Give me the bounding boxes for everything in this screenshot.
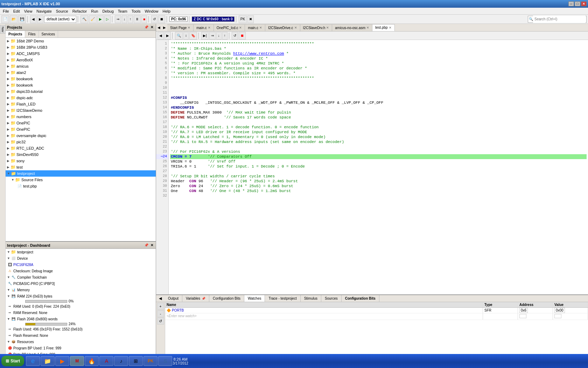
- editor-step-over[interactable]: ⇒: [209, 32, 216, 40]
- mplab-icon[interactable]: ✖: [247, 15, 254, 23]
- pause-button[interactable]: ⏸: [134, 15, 141, 23]
- back-button[interactable]: ◀: [30, 15, 36, 23]
- tree-testpbp[interactable]: 📄test.pbp: [6, 183, 156, 189]
- dash-flash[interactable]: ▼💾Flash 2048 (0x800) words: [6, 316, 156, 322]
- taskbar-mplab[interactable]: M: [70, 356, 84, 366]
- taskbar-media2[interactable]: ♪: [114, 356, 128, 366]
- tab-main-c2[interactable]: main.c ✕: [245, 24, 265, 31]
- tree-16bit28p[interactable]: ▶📁16bit 28P Demo: [6, 38, 156, 44]
- output-tab-output[interactable]: Output: [164, 295, 182, 302]
- tab-i2cslavedrive-close[interactable]: ✕: [294, 26, 297, 29]
- editor-bookmark-btn[interactable]: 🔖: [189, 32, 197, 40]
- output-tab-config2[interactable]: Configuration Bits: [342, 295, 379, 302]
- tab-main-c2-close[interactable]: ✕: [259, 26, 262, 29]
- step-over-button[interactable]: ⇒: [115, 15, 121, 23]
- taskbar-mediaplayer[interactable]: ▶: [55, 356, 69, 366]
- maximize-button[interactable]: □: [575, 1, 580, 6]
- tree-test[interactable]: ▶📁test: [6, 164, 156, 170]
- menu-navigate[interactable]: Navigate: [34, 8, 54, 14]
- tab-i2cslavedrive[interactable]: I2CSlaveDrive.c ✕: [265, 24, 300, 31]
- build-button[interactable]: 🔨: [80, 15, 88, 23]
- dash-flash-reserved[interactable]: ➡Flash Reserved: None: [6, 332, 156, 339]
- tree-onepic1[interactable]: ▶📁OnePIC: [6, 120, 156, 126]
- tree-adc1msps[interactable]: ▶📁ADC_1MSPS: [6, 50, 156, 57]
- tab-services[interactable]: Services: [39, 31, 58, 38]
- dash-ram-reserved[interactable]: ➡RAM Reserved: None: [6, 309, 156, 316]
- halt-button[interactable]: ⏹: [158, 15, 165, 23]
- menu-help[interactable]: Help: [161, 8, 173, 14]
- watches-new-name[interactable]: <Enter new watch>: [165, 313, 483, 320]
- tree-testproject[interactable]: ▼📁testproject: [6, 170, 156, 177]
- close-button[interactable]: ✕: [581, 1, 587, 6]
- tab-amicus-close[interactable]: ✕: [366, 26, 369, 29]
- run-button[interactable]: ▶: [97, 15, 104, 23]
- tree-rtc[interactable]: ▶📁RTC_LED_ADC: [6, 145, 156, 151]
- tree-simdev[interactable]: ▶📁SimDev4550: [6, 151, 156, 158]
- watches-del-btn[interactable]: -: [157, 310, 164, 317]
- output-tab-config-bits[interactable]: Configuration Bits: [209, 295, 244, 302]
- taskbar-folder[interactable]: 📁: [41, 356, 55, 366]
- dashboard-pin-icon[interactable]: 📌: [144, 243, 149, 248]
- tab-projects[interactable]: Projects: [6, 31, 25, 38]
- tree-16bit28pin[interactable]: ▶📁16Bit 28Pin USB3: [6, 44, 156, 50]
- menu-tools[interactable]: Tools: [130, 8, 143, 14]
- output-tab-watches[interactable]: Watches: [244, 295, 265, 302]
- menu-file[interactable]: File: [1, 8, 11, 14]
- tree-flashled[interactable]: ▶📁Flash_LED: [6, 101, 156, 107]
- menu-edit[interactable]: Edit: [11, 8, 22, 14]
- tree-bookwork1[interactable]: ▶📁bookwork: [6, 76, 156, 82]
- tab-main-c1[interactable]: main.c ✕: [194, 24, 214, 31]
- nav-tab-1[interactable]: Nav: [0, 25, 6, 34]
- output-left-btn[interactable]: ◀: [156, 295, 164, 302]
- tab-onepic-lcd[interactable]: OnePIC_lcd.c ✕: [214, 24, 245, 31]
- editor-zoom-btn[interactable]: 🔍: [175, 32, 183, 40]
- dash-picbasic[interactable]: 🔧PICBASIC-PRO [C:\PBP3]: [6, 280, 156, 287]
- tree-pic32[interactable]: ▶📁pic32: [6, 139, 156, 145]
- dash-testproject[interactable]: ▼📁testproject: [6, 249, 156, 255]
- step-into-button[interactable]: ↓: [122, 15, 127, 23]
- dash-resources[interactable]: ▼📦Resources: [6, 339, 156, 345]
- dash-pic16f628a[interactable]: 🔲PIC16F628A: [6, 261, 156, 268]
- project-select[interactable]: default (active): [44, 16, 76, 23]
- editor-step-out[interactable]: ↑: [222, 32, 227, 40]
- tab-test-pbp-close[interactable]: ✕: [389, 26, 392, 29]
- dashboard-close-icon[interactable]: ✕: [149, 243, 154, 248]
- tree-bookwork2[interactable]: ▶📁bookwork: [6, 82, 156, 88]
- dash-flash-used[interactable]: ➡Flash Used: 496 (0x1F0) Free: 1552 (0x6…: [6, 326, 156, 332]
- start-button[interactable]: ⊞ Start: [1, 356, 24, 366]
- editor-step-into[interactable]: ↓: [216, 32, 222, 40]
- pickit-icon[interactable]: PK: [239, 15, 247, 23]
- tree-i2cslave[interactable]: ▶📁I2CSlaveDemo: [6, 107, 156, 114]
- tab-amicus[interactable]: amicus-no-osc.asm ✕: [332, 24, 372, 31]
- clean-button[interactable]: 🧹: [89, 15, 97, 23]
- editor-nav-btn[interactable]: ↕: [183, 32, 189, 40]
- menu-source[interactable]: Source: [54, 8, 70, 14]
- taskbar-ie[interactable]: e: [26, 356, 40, 366]
- tree-aerobotx[interactable]: ▶📁AeroBotX: [6, 57, 156, 63]
- new-project-button[interactable]: 📄: [1, 15, 9, 23]
- watches-row-portb[interactable]: 🔶PORTB SFR 0x6 0x00: [165, 308, 588, 313]
- output-tab-variables[interactable]: Variables 📌: [182, 295, 209, 302]
- taskbar-win[interactable]: ⊞: [129, 356, 143, 366]
- tab-files[interactable]: Files: [25, 31, 38, 38]
- dash-compiler[interactable]: ▼🔧Compiler Toolchain: [6, 274, 156, 280]
- projects-pin-icon[interactable]: 📌: [144, 25, 149, 30]
- dash-device[interactable]: ▼⬜Device: [6, 255, 156, 261]
- dash-memory[interactable]: ▼📊Memory: [6, 287, 156, 293]
- tree-sourcefiles[interactable]: ▼📁Source Files: [6, 177, 156, 183]
- editor-reset-btn[interactable]: ↺: [232, 32, 238, 40]
- tab-i2cslavedrv[interactable]: I2CSlaveDrv.h ✕: [300, 24, 332, 31]
- taskbar-app2[interactable]: S: [158, 356, 172, 366]
- dash-ram-used[interactable]: ➡RAM Used: 0 (0x0) Free: 224 (0xE0): [6, 303, 156, 309]
- output-tab-stimulus[interactable]: Stimulus: [301, 295, 321, 302]
- tree-oversample[interactable]: ▶📁oversample dspic: [6, 132, 156, 139]
- tab-nav-left[interactable]: ◀: [156, 25, 162, 30]
- menu-view[interactable]: View: [22, 8, 35, 14]
- tab-i2cslavedrv-close[interactable]: ✕: [326, 26, 329, 29]
- taskbar-acrobat[interactable]: A: [99, 356, 113, 366]
- open-button[interactable]: 📂: [10, 15, 18, 23]
- dash-checksum[interactable]: ⚠Checksum: Debug Image: [6, 268, 156, 274]
- forward-button[interactable]: ▶: [37, 15, 43, 23]
- taskbar-pickit[interactable]: PK: [144, 356, 158, 366]
- step-out-button[interactable]: ↑: [128, 15, 133, 23]
